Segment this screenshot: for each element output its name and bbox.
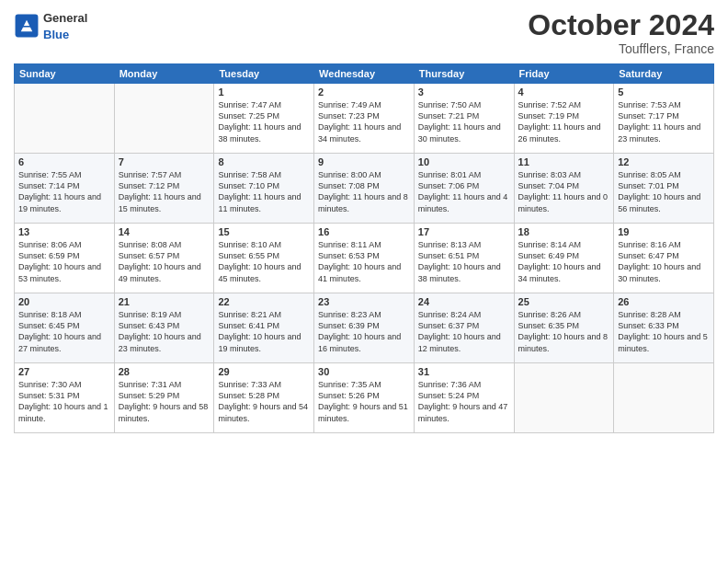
- day-number: 11: [518, 156, 610, 167]
- day-detail: Sunrise: 7:35 AMSunset: 5:26 PMDaylight:…: [318, 379, 410, 424]
- th-monday: Monday: [114, 64, 214, 84]
- day-detail: Sunrise: 8:08 AMSunset: 6:57 PMDaylight:…: [119, 239, 210, 284]
- day-detail: Sunrise: 7:53 AMSunset: 7:17 PMDaylight:…: [618, 99, 710, 144]
- week-row-1: 1 Sunrise: 7:47 AMSunset: 7:25 PMDayligh…: [15, 84, 714, 154]
- week-row-5: 27 Sunrise: 7:30 AMSunset: 5:31 PMDaylig…: [15, 363, 714, 433]
- day-detail: Sunrise: 8:10 AMSunset: 6:55 PMDaylight:…: [218, 239, 310, 284]
- table-row: 28 Sunrise: 7:31 AMSunset: 5:29 PMDaylig…: [114, 363, 214, 433]
- day-detail: Sunrise: 7:50 AMSunset: 7:21 PMDaylight:…: [418, 99, 510, 144]
- day-number: 23: [318, 296, 410, 307]
- day-number: 17: [418, 226, 510, 237]
- day-detail: Sunrise: 8:24 AMSunset: 6:37 PMDaylight:…: [418, 309, 510, 354]
- table-row: [614, 363, 714, 433]
- day-detail: Sunrise: 8:14 AMSunset: 6:49 PMDaylight:…: [518, 239, 610, 284]
- day-detail: Sunrise: 7:58 AMSunset: 7:10 PMDaylight:…: [218, 169, 310, 214]
- calendar-table: Sunday Monday Tuesday Wednesday Thursday…: [14, 63, 714, 433]
- location: Toufflers, France: [528, 41, 714, 56]
- table-row: 23 Sunrise: 8:23 AMSunset: 6:39 PMDaylig…: [314, 293, 415, 363]
- table-row: 7 Sunrise: 7:57 AMSunset: 7:12 PMDayligh…: [114, 154, 214, 224]
- th-friday: Friday: [514, 64, 614, 84]
- th-tuesday: Tuesday: [214, 64, 314, 84]
- table-row: 17 Sunrise: 8:13 AMSunset: 6:51 PMDaylig…: [414, 224, 514, 293]
- table-row: 6 Sunrise: 7:55 AMSunset: 7:14 PMDayligh…: [15, 154, 115, 224]
- table-row: 3 Sunrise: 7:50 AMSunset: 7:21 PMDayligh…: [414, 84, 514, 154]
- day-number: 20: [18, 296, 110, 307]
- th-wednesday: Wednesday: [314, 64, 415, 84]
- table-row: 14 Sunrise: 8:08 AMSunset: 6:57 PMDaylig…: [114, 224, 214, 293]
- day-number: 26: [618, 296, 710, 307]
- day-number: 13: [18, 226, 110, 237]
- day-detail: Sunrise: 8:00 AMSunset: 7:08 PMDaylight:…: [318, 169, 410, 214]
- day-detail: Sunrise: 8:16 AMSunset: 6:47 PMDaylight:…: [618, 239, 710, 284]
- week-row-3: 13 Sunrise: 8:06 AMSunset: 6:59 PMDaylig…: [15, 224, 714, 293]
- table-row: 18 Sunrise: 8:14 AMSunset: 6:49 PMDaylig…: [514, 224, 614, 293]
- table-row: 11 Sunrise: 8:03 AMSunset: 7:04 PMDaylig…: [514, 154, 614, 224]
- day-detail: Sunrise: 8:05 AMSunset: 7:01 PMDaylight:…: [618, 169, 710, 214]
- th-saturday: Saturday: [614, 64, 714, 84]
- day-number: 18: [518, 226, 610, 237]
- day-number: 29: [218, 366, 310, 377]
- day-number: 7: [119, 156, 210, 167]
- table-row: 30 Sunrise: 7:35 AMSunset: 5:26 PMDaylig…: [314, 363, 415, 433]
- day-detail: Sunrise: 7:30 AMSunset: 5:31 PMDaylight:…: [18, 379, 110, 424]
- day-number: 30: [318, 366, 410, 377]
- table-row: 4 Sunrise: 7:52 AMSunset: 7:19 PMDayligh…: [514, 84, 614, 154]
- logo-icon: [14, 13, 40, 39]
- table-row: 5 Sunrise: 7:53 AMSunset: 7:17 PMDayligh…: [614, 84, 714, 154]
- day-detail: Sunrise: 8:23 AMSunset: 6:39 PMDaylight:…: [318, 309, 410, 354]
- table-row: 20 Sunrise: 8:18 AMSunset: 6:45 PMDaylig…: [15, 293, 115, 363]
- table-row: 26 Sunrise: 8:28 AMSunset: 6:33 PMDaylig…: [614, 293, 714, 363]
- th-sunday: Sunday: [15, 64, 115, 84]
- table-row: 21 Sunrise: 8:19 AMSunset: 6:43 PMDaylig…: [114, 293, 214, 363]
- day-detail: Sunrise: 7:31 AMSunset: 5:29 PMDaylight:…: [119, 379, 210, 424]
- day-number: 3: [418, 86, 510, 98]
- day-number: 25: [518, 296, 610, 307]
- day-detail: Sunrise: 8:19 AMSunset: 6:43 PMDaylight:…: [119, 309, 210, 354]
- day-number: 24: [418, 296, 510, 307]
- week-row-4: 20 Sunrise: 8:18 AMSunset: 6:45 PMDaylig…: [15, 293, 714, 363]
- table-row: 1 Sunrise: 7:47 AMSunset: 7:25 PMDayligh…: [214, 84, 314, 154]
- day-number: 2: [318, 86, 410, 98]
- day-number: 27: [18, 366, 110, 377]
- day-number: 5: [618, 86, 710, 98]
- header-row: Sunday Monday Tuesday Wednesday Thursday…: [15, 64, 714, 84]
- table-row: 25 Sunrise: 8:26 AMSunset: 6:35 PMDaylig…: [514, 293, 614, 363]
- month-title: October 2024: [528, 9, 714, 41]
- table-row: 16 Sunrise: 8:11 AMSunset: 6:53 PMDaylig…: [314, 224, 415, 293]
- day-detail: Sunrise: 7:55 AMSunset: 7:14 PMDaylight:…: [18, 169, 110, 214]
- day-detail: Sunrise: 8:18 AMSunset: 6:45 PMDaylight:…: [18, 309, 110, 354]
- day-number: 22: [218, 296, 310, 307]
- day-number: 4: [518, 86, 610, 98]
- table-row: 8 Sunrise: 7:58 AMSunset: 7:10 PMDayligh…: [214, 154, 314, 224]
- day-detail: Sunrise: 8:11 AMSunset: 6:53 PMDaylight:…: [318, 239, 410, 284]
- day-detail: Sunrise: 7:33 AMSunset: 5:28 PMDaylight:…: [218, 379, 310, 424]
- title-block: October 2024 Toufflers, France: [528, 9, 714, 56]
- day-number: 10: [418, 156, 510, 167]
- day-detail: Sunrise: 7:52 AMSunset: 7:19 PMDaylight:…: [518, 99, 610, 144]
- day-detail: Sunrise: 8:21 AMSunset: 6:41 PMDaylight:…: [218, 309, 310, 354]
- day-number: 1: [218, 86, 310, 98]
- day-detail: Sunrise: 7:47 AMSunset: 7:25 PMDaylight:…: [218, 99, 310, 144]
- day-detail: Sunrise: 8:13 AMSunset: 6:51 PMDaylight:…: [418, 239, 510, 284]
- table-row: 29 Sunrise: 7:33 AMSunset: 5:28 PMDaylig…: [214, 363, 314, 433]
- day-number: 6: [18, 156, 110, 167]
- day-detail: Sunrise: 7:57 AMSunset: 7:12 PMDaylight:…: [119, 169, 210, 214]
- day-detail: Sunrise: 8:01 AMSunset: 7:06 PMDaylight:…: [418, 169, 510, 214]
- calendar-page: General Blue October 2024 Toufflers, Fra…: [0, 0, 728, 563]
- day-detail: Sunrise: 8:06 AMSunset: 6:59 PMDaylight:…: [18, 239, 110, 284]
- day-number: 12: [618, 156, 710, 167]
- table-row: 12 Sunrise: 8:05 AMSunset: 7:01 PMDaylig…: [614, 154, 714, 224]
- table-row: 2 Sunrise: 7:49 AMSunset: 7:23 PMDayligh…: [314, 84, 415, 154]
- day-detail: Sunrise: 8:03 AMSunset: 7:04 PMDaylight:…: [518, 169, 610, 214]
- table-row: 10 Sunrise: 8:01 AMSunset: 7:06 PMDaylig…: [414, 154, 514, 224]
- table-row: 22 Sunrise: 8:21 AMSunset: 6:41 PMDaylig…: [214, 293, 314, 363]
- table-row: 15 Sunrise: 8:10 AMSunset: 6:55 PMDaylig…: [214, 224, 314, 293]
- logo-text: General Blue: [43, 9, 87, 42]
- table-row: 24 Sunrise: 8:24 AMSunset: 6:37 PMDaylig…: [414, 293, 514, 363]
- table-row: 31 Sunrise: 7:36 AMSunset: 5:24 PMDaylig…: [414, 363, 514, 433]
- table-row: 19 Sunrise: 8:16 AMSunset: 6:47 PMDaylig…: [614, 224, 714, 293]
- svg-rect-2: [22, 26, 30, 28]
- day-number: 31: [418, 366, 510, 377]
- day-number: 14: [119, 226, 210, 237]
- day-number: 9: [318, 156, 410, 167]
